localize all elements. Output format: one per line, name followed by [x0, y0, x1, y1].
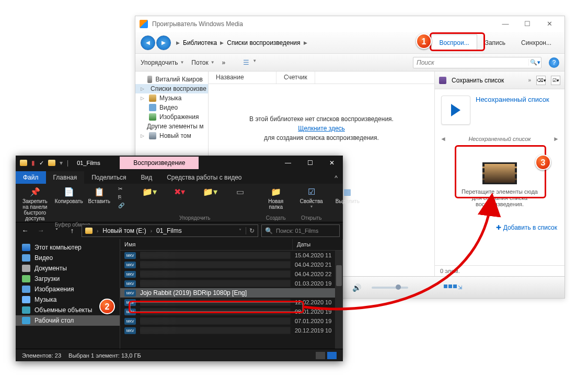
clear-list-button[interactable]: ⌫▾	[536, 76, 546, 85]
view-large-button[interactable]	[327, 352, 337, 359]
explorer-search[interactable]: 🔍 Поиск: 01_Films	[261, 224, 340, 237]
help-button[interactable]: ?	[549, 57, 559, 68]
tree-playlists[interactable]: ▷Списки воспроизве	[135, 84, 208, 93]
scroll-thumb[interactable]	[336, 265, 342, 286]
copy-button[interactable]: 📄Копировать	[57, 186, 80, 204]
search-icon[interactable]: 🔍▾	[528, 59, 541, 66]
pin-button[interactable]: 📌Закрепить на панели быстрого доступа	[20, 186, 50, 221]
tree-music[interactable]: ▷Музыка	[135, 93, 208, 103]
forward-button[interactable]: ►	[156, 35, 171, 50]
stream-button[interactable]: Поток▼	[191, 59, 214, 66]
rename-button[interactable]: ▭	[229, 186, 252, 198]
chevron-right-icon[interactable]: »	[528, 77, 531, 83]
nav-3d[interactable]: Объемные объекты	[16, 305, 120, 315]
close-button[interactable]: ✕	[538, 18, 560, 30]
newfolder-button[interactable]: 📁Новая папка	[264, 186, 287, 210]
tree-other[interactable]: Другие элементы м	[135, 122, 208, 131]
tree-video[interactable]: Видео	[135, 103, 208, 112]
search-icon: 🔍	[265, 227, 273, 234]
paste-button[interactable]: 📋Вставить	[88, 186, 111, 204]
col-counter[interactable]: Счетчик	[276, 72, 315, 84]
tab-burn[interactable]: Запись	[477, 34, 513, 51]
context-tab-playback[interactable]: Воспроизведение	[120, 157, 199, 169]
file-name: blurred-file-4	[140, 280, 291, 287]
maximize-button[interactable]: ☐	[299, 156, 321, 170]
organize-button[interactable]: Упорядочить▼	[141, 59, 184, 66]
search-input[interactable]	[413, 59, 528, 66]
cut-button[interactable]: ✂	[118, 186, 125, 193]
mute-button[interactable]: 🔊	[350, 281, 363, 294]
play-thumbnail[interactable]	[441, 96, 470, 125]
breadcrumb-playlists[interactable]: Списки воспроизведения	[227, 39, 300, 46]
nav-music[interactable]: Музыка	[16, 294, 120, 305]
view-details-button[interactable]	[316, 352, 325, 359]
path-folder[interactable]: 01_Films	[156, 227, 182, 234]
pager-prev[interactable]: ◄	[440, 135, 446, 143]
playlist-status: 0 элем.	[435, 265, 564, 276]
file-row[interactable]: MKVblurred-file-920.12.2019 10	[120, 326, 343, 335]
minimize-button[interactable]: —	[277, 156, 299, 170]
nav-downloads[interactable]: Загрузки	[16, 274, 120, 284]
minimize-button[interactable]: —	[494, 18, 516, 30]
search-box[interactable]: 🔍▾	[413, 57, 541, 68]
nav-desktop[interactable]: Рабочий стол	[16, 315, 120, 326]
tab-videotools[interactable]: Средства работы с видео	[159, 171, 249, 184]
save-list-button[interactable]: Сохранить список	[452, 77, 504, 84]
more-button[interactable]: »	[222, 59, 226, 66]
shortcut-icon: 🔗	[118, 203, 125, 210]
path-field[interactable]: › Новый том (E:) › 01_Films ˅ ↻	[82, 224, 258, 237]
delete-button[interactable]: ✖▾	[168, 186, 191, 198]
playlist-title-link[interactable]: Несохраненный список	[476, 96, 549, 125]
view-icon[interactable]: ☰	[243, 58, 249, 66]
moveto-button[interactable]: 📁▾	[138, 186, 161, 198]
tree-volume[interactable]: ▷Новый том	[135, 131, 208, 140]
pager-next[interactable]: ►	[553, 135, 559, 143]
tab-view[interactable]: Вид	[133, 171, 159, 184]
drop-area[interactable]: Перетащите элементы сюда для создания сп…	[440, 147, 559, 219]
back-button[interactable]: ◄	[141, 35, 155, 50]
file-row[interactable]: MKVblurred-file-115.04.2020 11	[120, 251, 343, 260]
breadcrumb-library[interactable]: Библиотека	[183, 39, 217, 46]
file-row[interactable]: MKVblurred-file-401.03.2020 19	[120, 279, 343, 288]
nav-this-pc[interactable]: Этот компьютер	[16, 242, 120, 253]
switch-view-button[interactable]: ⇲	[444, 285, 462, 290]
file-row[interactable]: MKVJojo Rabbit (2019) BDRip 1080p [Eng]	[120, 288, 343, 298]
tab-play[interactable]: Воспрои...	[431, 34, 477, 51]
volume-slider[interactable]	[372, 287, 408, 289]
tab-sync[interactable]: Синхрон...	[513, 34, 559, 51]
up-button[interactable]: ↑	[66, 224, 78, 237]
col-name[interactable]: Название	[209, 72, 276, 84]
file-row[interactable]: MKVblurred-file-304.04.2020 22	[120, 269, 343, 279]
file-row[interactable]: MKVblurred-file-807.01.2020 19	[120, 316, 343, 326]
path-volume[interactable]: Новый том (E:)	[102, 227, 146, 234]
scrollbar[interactable]	[335, 251, 343, 349]
list-options-button[interactable]: ☑▾	[551, 76, 560, 85]
file-row[interactable]: MKVblurred-file-708.01.2020 19	[120, 307, 343, 316]
tab-home[interactable]: Главная	[46, 171, 85, 184]
tab-share[interactable]: Поделиться	[84, 171, 133, 184]
maximize-button[interactable]: ☐	[516, 18, 538, 30]
col-name[interactable]: Имя	[120, 239, 293, 250]
nav-images[interactable]: Изображения	[16, 284, 120, 294]
file-name: blurred-file-1	[140, 252, 291, 259]
forward-button[interactable]: →	[34, 224, 47, 237]
copyto-button[interactable]: 📁▾	[199, 186, 222, 198]
nav-docs[interactable]: Документы	[16, 263, 120, 274]
create-playlist-link[interactable]: Щелкните здесь	[298, 125, 345, 132]
add-to-list-link[interactable]: ✚ Добавить в список	[435, 222, 564, 233]
file-row[interactable]: MKVblurred-file-612.02.2020 10	[120, 298, 343, 307]
copypath-button[interactable]: ⎘	[118, 194, 125, 202]
file-row[interactable]: MKVblurred-file-204.04.2020 21	[120, 260, 343, 269]
col-date[interactable]: Даты	[293, 239, 343, 250]
tree-user[interactable]: Виталий Каиров	[135, 75, 208, 84]
close-button[interactable]: ✕	[321, 156, 343, 170]
select-button[interactable]: ▦Выделить	[336, 186, 360, 204]
recent-button[interactable]: ˅	[50, 224, 63, 237]
back-button[interactable]: ←	[19, 224, 31, 237]
properties-button[interactable]: ☑Свойства▾	[300, 186, 323, 209]
tab-file[interactable]: Файл	[16, 171, 46, 184]
tree-images[interactable]: Изображения	[135, 112, 208, 122]
paste-shortcut-button[interactable]: 🔗	[118, 203, 125, 210]
ribbon-collapse[interactable]: ^	[329, 172, 343, 184]
nav-video[interactable]: Видео	[16, 253, 120, 263]
